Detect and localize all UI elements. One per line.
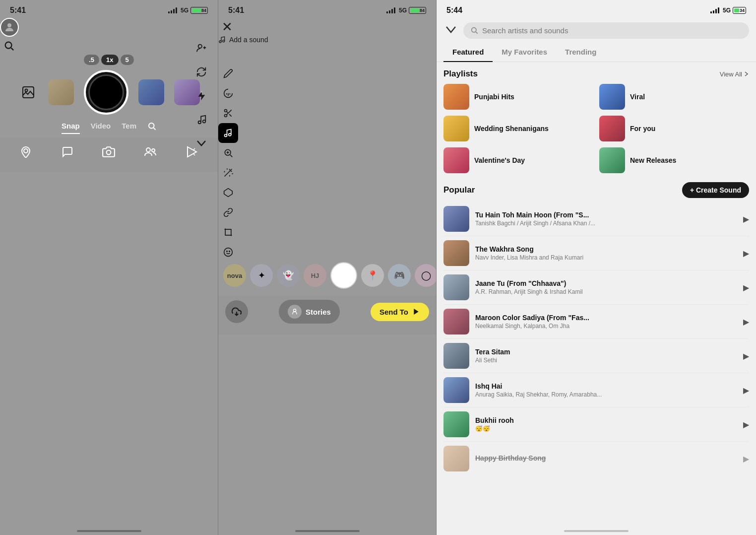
wand-tool[interactable] — [218, 163, 238, 183]
mode-tab-video[interactable]: Video — [91, 120, 111, 134]
create-sound-button[interactable]: + Create Sound — [682, 182, 749, 198]
diamond-tool[interactable] — [218, 183, 238, 202]
link-tool[interactable] — [218, 202, 238, 222]
svg-line-23 — [229, 114, 232, 117]
play-button[interactable]: ▶ — [743, 454, 749, 464]
scissors-tool[interactable] — [218, 103, 238, 123]
song-artists: Navv Inder, Lisa Mishra and Raja Kumari — [475, 254, 737, 261]
playlist-item[interactable]: Wedding Shenanigans — [443, 116, 593, 141]
gallery-thumb-1[interactable] — [48, 79, 74, 105]
playlist-item[interactable]: Punjabi Hits — [443, 84, 593, 110]
edit-bottom-area: nova ✦ 👻 HJ 📍 🎮 ◯ — [218, 262, 436, 334]
gallery-thumb-2[interactable] — [138, 79, 164, 105]
song-item[interactable]: Ishq Hai Anurag Saikia, Raj Shekhar, Rom… — [443, 373, 749, 407]
search-button-1[interactable] — [0, 37, 18, 55]
capture-lens[interactable] — [330, 262, 357, 289]
search-input[interactable] — [482, 26, 742, 35]
search-bar[interactable] — [463, 22, 749, 39]
lightning-icon[interactable] — [193, 87, 210, 104]
view-all-button[interactable]: View All — [720, 70, 749, 78]
playlist-item[interactable]: Valentine's Day — [443, 147, 593, 173]
playlist-item[interactable]: New Releases — [599, 147, 749, 173]
nav-bar — [0, 138, 218, 172]
svg-line-24 — [227, 112, 228, 113]
pencil-tool[interactable] — [218, 64, 238, 83]
music-tool-active[interactable] — [218, 123, 238, 143]
svg-rect-9 — [23, 87, 34, 98]
song-item[interactable]: Happy Birthday Song ▶ — [443, 442, 749, 475]
song-item[interactable]: The Wakhra Song Navv Inder, Lisa Mishra … — [443, 236, 749, 270]
speed-1x[interactable]: 1x — [101, 55, 118, 65]
battery-3: 34 — [733, 7, 746, 14]
song-info: Tera Sitam Ali Sethi — [475, 348, 737, 364]
sound-top-bar — [437, 18, 756, 43]
shutter-button[interactable] — [84, 70, 128, 115]
avatar[interactable] — [0, 18, 19, 37]
song-title: Bukhii rooh — [475, 416, 737, 424]
mode-tab-search[interactable] — [147, 120, 156, 134]
play-button[interactable]: ▶ — [743, 249, 749, 258]
nav-friends[interactable] — [140, 142, 160, 162]
lens-location[interactable]: 📍 — [361, 264, 384, 287]
playlist-name-punjabi: Punjabi Hits — [474, 92, 514, 101]
send-to-button[interactable]: Send To — [371, 303, 429, 321]
speed-05[interactable]: .5 — [84, 55, 99, 65]
tab-trending[interactable]: Trending — [556, 43, 605, 62]
song-item[interactable]: Tera Sitam Ali Sethi ▶ — [443, 339, 749, 373]
song-item[interactable]: Maroon Color Sadiya (From "Fas... Neelka… — [443, 305, 749, 339]
nav-camera[interactable] — [99, 142, 119, 162]
svg-point-10 — [25, 89, 27, 92]
add-friend-icon[interactable] — [193, 40, 210, 57]
svg-point-26 — [229, 134, 231, 136]
song-artists: 😴😴 — [475, 425, 737, 432]
play-button[interactable]: ▶ — [743, 283, 749, 292]
search-lens-tool[interactable] — [218, 143, 238, 163]
speed-5[interactable]: 5 — [121, 55, 134, 65]
tab-featured[interactable]: Featured — [443, 43, 493, 62]
chevron-down-icon[interactable] — [193, 135, 210, 152]
svg-point-13 — [24, 149, 28, 153]
lens-sparkle[interactable]: ✦ — [250, 264, 273, 287]
song-item[interactable]: Tu Hain Toh Main Hoon (From "S... Tanish… — [443, 202, 749, 236]
playlist-item[interactable]: Viral — [599, 84, 749, 110]
close-button[interactable]: ✕ — [218, 18, 236, 36]
lens-circle[interactable]: ◯ — [415, 264, 436, 287]
rotate-icon[interactable] — [193, 64, 210, 80]
lens-ghost[interactable]: 👻 — [277, 264, 300, 287]
play-button[interactable]: ▶ — [743, 386, 749, 395]
lens-nova[interactable]: nova — [223, 264, 246, 287]
playlists-header: Playlists View All — [443, 62, 749, 84]
music-note-icon[interactable] — [193, 111, 210, 128]
text-tool-top[interactable] — [218, 44, 238, 64]
svg-line-40 — [476, 32, 477, 33]
playlist-thumb-viral — [599, 84, 625, 110]
add-sound-button[interactable]: Add a sound — [218, 36, 436, 44]
download-button[interactable] — [225, 300, 248, 323]
play-button[interactable]: ▶ — [743, 317, 749, 327]
stories-button[interactable]: Stories — [279, 300, 340, 324]
lens-hj[interactable]: HJ — [304, 264, 326, 287]
face-tool[interactable] — [218, 242, 238, 262]
song-item[interactable]: Jaane Tu (From "Chhaava") A.R. Rahman, A… — [443, 270, 749, 305]
lens-game[interactable]: 🎮 — [388, 264, 411, 287]
sound-panel-content: 5:44 5G 34 — [437, 0, 756, 535]
mode-tab-snap[interactable]: Snap — [62, 120, 80, 134]
gallery-icon[interactable] — [18, 82, 38, 102]
nav-chat[interactable] — [58, 142, 77, 162]
svg-marker-32 — [224, 189, 233, 197]
bottom-controls: .5 1x 5 Snap Video Tem — [0, 55, 218, 172]
playlist-item[interactable]: For you — [599, 116, 749, 141]
play-button[interactable]: ▶ — [743, 420, 749, 429]
popular-title: Popular — [443, 185, 475, 195]
crop-tool[interactable] — [218, 222, 238, 242]
nav-map[interactable] — [16, 142, 36, 162]
song-item[interactable]: Bukhii rooh 😴😴 ▶ — [443, 407, 749, 442]
play-button[interactable]: ▶ — [743, 214, 749, 224]
tab-my-favorites[interactable]: My Favorites — [493, 43, 556, 62]
mode-tab-template[interactable]: Tem — [122, 120, 136, 134]
chevron-down-button[interactable] — [443, 22, 458, 39]
song-title: Jaane Tu (From "Chhaava") — [475, 279, 737, 287]
svg-line-12 — [154, 128, 156, 130]
sticker-tool[interactable] — [218, 83, 238, 103]
play-button[interactable]: ▶ — [743, 351, 749, 361]
